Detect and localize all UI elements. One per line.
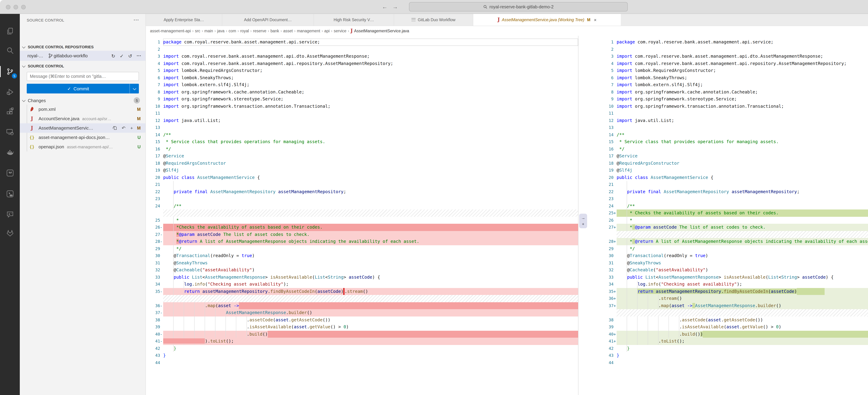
line-content[interactable] bbox=[163, 195, 578, 202]
line-content[interactable]: @SneakyThrows bbox=[163, 259, 578, 267]
line-content[interactable]: public class AssetManagementService { bbox=[617, 174, 868, 181]
repo-more-icon[interactable]: ··· bbox=[136, 53, 141, 58]
line-content[interactable]: .assetCode(asset.getAssetCode()) bbox=[163, 316, 578, 324]
line-content[interactable]: @Slf4j bbox=[163, 167, 578, 174]
line-content[interactable]: */ bbox=[617, 145, 868, 153]
line-content[interactable]: */ bbox=[163, 145, 578, 153]
activity-run-debug-icon[interactable] bbox=[0, 85, 20, 99]
close-window-button[interactable] bbox=[6, 5, 10, 9]
line-content[interactable]: public class AssetManagementService { bbox=[163, 174, 578, 181]
line-content[interactable]: @Service bbox=[617, 153, 868, 160]
line-content[interactable] bbox=[163, 124, 578, 131]
line-content[interactable]: log.info("Checking asset availability"); bbox=[163, 281, 578, 288]
activity-terraform-cloud-icon[interactable] bbox=[0, 187, 20, 201]
line-content[interactable]: *@param assetCode The list of asset code… bbox=[163, 231, 578, 238]
line-content[interactable]: private final AssetManagementRepository … bbox=[163, 188, 578, 195]
line-content[interactable]: package com.royal.reserve.bank.asset.man… bbox=[163, 38, 578, 46]
activity-remote-explorer-icon[interactable] bbox=[0, 125, 20, 139]
line-content[interactable]: ).toList(); bbox=[163, 338, 578, 345]
line-content[interactable]: import com.royal.reserve.bank.asset.mana… bbox=[163, 60, 578, 67]
command-center-search[interactable]: royal-reserve-bank-gitlab-demo-2 bbox=[409, 2, 628, 11]
sync-icon[interactable]: ↻ bbox=[111, 53, 115, 59]
open-file-icon[interactable] bbox=[112, 126, 117, 130]
line-content[interactable]: import lombok.SneakyThrows; bbox=[617, 74, 868, 81]
chevron-down-icon[interactable] bbox=[22, 98, 26, 102]
commit-button[interactable]: ✓ Commit bbox=[27, 84, 139, 93]
line-content[interactable] bbox=[617, 181, 868, 188]
line-content[interactable]: .toList(); bbox=[617, 338, 868, 345]
file-row-pom.xml[interactable]: pom.xmlM bbox=[20, 104, 146, 114]
line-content[interactable]: package com.royal.reserve.bank.asset.man… bbox=[617, 38, 868, 46]
section-repositories[interactable]: SOURCE CONTROL REPOSITORIES bbox=[28, 45, 94, 49]
stage-plus-icon[interactable]: + bbox=[582, 222, 584, 227]
activity-extensions-icon[interactable] bbox=[0, 104, 20, 118]
line-content[interactable]: * @param assetCode The list of asset cod… bbox=[617, 224, 868, 231]
line-content[interactable]: import lombok.extern.slf4j.Slf4j; bbox=[163, 81, 578, 88]
line-content[interactable] bbox=[163, 110, 578, 117]
line-content[interactable] bbox=[617, 110, 868, 117]
line-content[interactable]: .isAssetAvailable(asset.getValue() > 0) bbox=[163, 324, 578, 331]
commit-check-icon[interactable]: ✓ bbox=[120, 53, 124, 59]
line-content[interactable]: import org.springframework.cache.annotat… bbox=[617, 88, 868, 95]
activity-docker-icon[interactable] bbox=[0, 146, 20, 159]
line-content[interactable] bbox=[617, 124, 868, 131]
stage-changes-icon[interactable]: + bbox=[130, 125, 133, 131]
line-content[interactable]: import com.royal.reserve.bank.asset.mana… bbox=[163, 53, 578, 60]
activity-gitlab-workflow-icon[interactable] bbox=[0, 226, 20, 240]
line-content[interactable]: private final AssetManagementRepository … bbox=[617, 188, 868, 195]
tab-High-Risk-Security-V[interactable]: High Risk Security V… bbox=[314, 14, 394, 26]
breadcrumb-item[interactable]: reserve bbox=[253, 29, 267, 33]
changes-section-label[interactable]: Changes bbox=[28, 98, 46, 103]
diff-change-widget[interactable]: → + bbox=[579, 214, 587, 228]
diff-original-pane[interactable]: 1package com.royal.reserve.bank.asset.ma… bbox=[146, 36, 578, 395]
activity-gitlab-duo-chat-icon[interactable] bbox=[0, 207, 20, 221]
line-content[interactable]: /** bbox=[617, 202, 868, 210]
line-content[interactable]: .build()) bbox=[617, 331, 868, 338]
breadcrumb-item[interactable]: management bbox=[297, 29, 320, 33]
line-content[interactable]: } bbox=[163, 352, 578, 359]
breadcrumb-item[interactable]: main bbox=[204, 29, 213, 33]
breadcrumb-item[interactable]: java bbox=[217, 29, 224, 33]
line-content[interactable]: import org.springframework.stereotype.Se… bbox=[163, 95, 578, 103]
breadcrumb-file[interactable]: JAssetManagementService.java bbox=[350, 29, 409, 33]
breadcrumb-item[interactable]: bank bbox=[271, 29, 279, 33]
file-row-asset-management-api-docs.json[interactable]: {}asset-management-api-docs.json…U bbox=[20, 133, 146, 142]
line-content[interactable]: import com.royal.reserve.bank.asset.mana… bbox=[617, 53, 868, 60]
line-content[interactable]: /** bbox=[163, 202, 578, 210]
line-content[interactable]: .map(asset -> AssetManagementResponse.bu… bbox=[617, 302, 868, 309]
line-content[interactable]: import org.springframework.cache.annotat… bbox=[163, 88, 578, 95]
line-content[interactable]: @Transactional(readOnly = true) bbox=[617, 252, 868, 259]
back-icon[interactable]: ← bbox=[382, 4, 388, 10]
line-content[interactable]: */ bbox=[617, 245, 868, 252]
breadcrumb[interactable]: asset-management-api›src›main›java›com›r… bbox=[146, 26, 868, 36]
tab-Add-OpenAPI-Document[interactable]: Add OpenAPI Document… bbox=[222, 14, 314, 26]
line-content[interactable]: .stream() bbox=[617, 295, 868, 302]
activity-search-icon[interactable] bbox=[0, 43, 20, 57]
sidebar-more-actions-icon[interactable]: ··· bbox=[134, 18, 139, 23]
tab-AssetManagementServi[interactable]: JAssetManagementService.java (Working Tr… bbox=[473, 14, 621, 26]
line-content[interactable]: * bbox=[163, 217, 578, 224]
line-content[interactable]: public List<AssetManagementResponse> isA… bbox=[617, 274, 868, 281]
line-content[interactable]: log.info("Checking asset availability"); bbox=[617, 281, 868, 288]
line-content[interactable]: .build() bbox=[163, 331, 578, 338]
line-content[interactable]: import org.springframework.transaction.a… bbox=[617, 103, 868, 110]
line-content[interactable] bbox=[617, 359, 868, 366]
line-content[interactable]: public List<AssetManagementResponse> isA… bbox=[163, 274, 578, 281]
line-content[interactable]: } bbox=[617, 352, 868, 359]
line-content[interactable]: @Service bbox=[163, 153, 578, 160]
breadcrumb-item[interactable]: asset-management-api bbox=[150, 29, 191, 33]
line-content[interactable]: @RequiredArgsConstructor bbox=[163, 160, 578, 167]
line-content[interactable]: import com.royal.reserve.bank.asset.mana… bbox=[617, 60, 868, 67]
line-content[interactable]: @Slf4j bbox=[617, 167, 868, 174]
section-source-control[interactable]: SOURCE CONTROL bbox=[28, 64, 64, 68]
line-content[interactable]: * bbox=[617, 217, 868, 224]
line-content[interactable]: @Transactional(readOnly = true) bbox=[163, 252, 578, 259]
line-content[interactable]: .map(asset -> bbox=[163, 302, 578, 309]
diff-modified-pane[interactable]: 1package com.royal.reserve.bank.asset.ma… bbox=[581, 36, 868, 395]
line-content[interactable]: @Cacheable("assetAvailability") bbox=[617, 267, 868, 274]
breadcrumb-item[interactable]: src bbox=[195, 29, 200, 33]
line-content[interactable]: *Checks the availability of assets based… bbox=[163, 224, 578, 231]
line-content[interactable]: } bbox=[617, 345, 868, 352]
line-content[interactable] bbox=[163, 46, 578, 53]
line-content[interactable]: import lombok.RequiredArgsConstructor; bbox=[617, 67, 868, 74]
